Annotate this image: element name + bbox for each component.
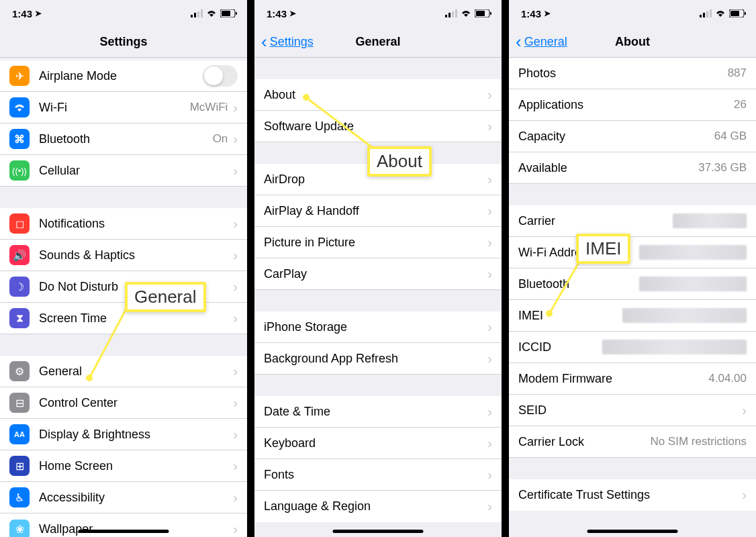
chevron-right-icon: › <box>487 235 492 250</box>
row-wifi[interactable]: Wi-Fi McWiFi › <box>0 92 247 124</box>
row-label: Background App Refresh <box>264 352 487 366</box>
row-about[interactable]: About › <box>254 79 502 111</box>
row-label: Bluetooth <box>518 277 639 291</box>
row-wifi-address: Wi-Fi Address <box>509 237 756 268</box>
row-accessibility[interactable]: ♿︎ Accessibility › <box>0 482 247 514</box>
row-general[interactable]: ⚙ General › <box>0 356 247 387</box>
chevron-right-icon: › <box>233 522 238 537</box>
row-cellular[interactable]: ((•)) Cellular › <box>0 155 247 187</box>
row-control-center[interactable]: ⊟ Control Center › <box>0 387 247 419</box>
row-seid[interactable]: SEID › <box>509 395 756 426</box>
nav-bar: ‹ General About <box>509 27 756 58</box>
row-airdrop[interactable]: AirDrop › <box>254 164 502 195</box>
row-label: Software Update <box>264 119 487 134</box>
back-button[interactable]: ‹ General <box>516 32 567 52</box>
wifi-icon <box>715 9 726 17</box>
back-button[interactable]: ‹ Settings <box>261 32 314 52</box>
row-display[interactable]: AA Display & Brightness › <box>0 419 247 450</box>
chevron-left-icon: ‹ <box>516 32 522 52</box>
row-label: IMEI <box>518 309 622 323</box>
row-label: CarPlay <box>264 267 487 281</box>
svg-rect-10 <box>455 9 457 17</box>
row-sounds[interactable]: 🔊 Sounds & Haptics › <box>0 240 247 271</box>
page-title: Settings <box>0 35 247 49</box>
row-notifications[interactable]: ◻ Notifications › <box>0 208 247 240</box>
row-value: No SIM restrictions <box>650 435 747 448</box>
row-carrier-lock: Carrier Lock No SIM restrictions <box>509 426 756 458</box>
row-certificate-trust[interactable]: Certificate Trust Settings › <box>509 479 756 511</box>
chevron-right-icon: › <box>487 87 492 103</box>
row-pip[interactable]: Picture in Picture › <box>254 227 502 258</box>
chevron-right-icon: › <box>233 100 238 115</box>
row-home-screen[interactable]: ⊞ Home Screen › <box>0 450 247 482</box>
row-capacity: Capacity 64 GB <box>509 121 756 152</box>
row-label: Certificate Trust Settings <box>518 488 742 502</box>
row-background-refresh[interactable]: Background App Refresh › <box>254 343 502 375</box>
row-label: Date & Time <box>264 405 487 419</box>
cellular-signal-icon <box>700 9 712 17</box>
row-value: 4.04.00 <box>708 372 747 385</box>
row-label: Home Screen <box>39 459 233 473</box>
screen-about: 1:43 ➤ ‹ General About Photos 887 Applic… <box>509 0 756 537</box>
chevron-right-icon: › <box>487 436 492 451</box>
nav-bar: ‹ Settings General <box>254 27 502 58</box>
status-bar: 1:43 ➤ <box>509 0 756 27</box>
chevron-right-icon: › <box>233 132 238 147</box>
airplane-toggle[interactable] <box>203 65 238 87</box>
chevron-right-icon: › <box>487 172 492 187</box>
row-label: Language & Region <box>264 499 487 514</box>
row-label: Display & Brightness <box>39 428 233 442</box>
status-time: 1:43 <box>12 8 32 19</box>
cellular-signal-icon <box>191 9 203 17</box>
chevron-right-icon: › <box>233 458 238 474</box>
row-wallpaper[interactable]: ❀ Wallpaper › <box>0 514 247 537</box>
row-language[interactable]: Language & Region › <box>254 491 502 522</box>
svg-rect-17 <box>710 9 712 17</box>
battery-icon <box>729 9 747 17</box>
row-label: Applications <box>518 98 734 112</box>
status-bar: 1:43 ➤ <box>254 0 502 27</box>
row-value: 26 <box>734 98 747 111</box>
row-label: AirPlay & Handoff <box>264 204 487 218</box>
svg-rect-1 <box>194 13 196 17</box>
row-iphone-storage[interactable]: iPhone Storage › <box>254 311 502 343</box>
row-bluetooth-address: Bluetooth <box>509 268 756 300</box>
svg-rect-12 <box>476 11 485 16</box>
row-label: Notifications <box>39 217 233 231</box>
home-indicator <box>79 530 169 533</box>
row-software-update[interactable]: Software Update › <box>254 111 502 142</box>
svg-rect-5 <box>222 11 230 16</box>
row-date-time[interactable]: Date & Time › <box>254 396 502 428</box>
row-fonts[interactable]: Fonts › <box>254 459 502 491</box>
battery-icon <box>475 9 492 17</box>
svg-rect-15 <box>703 13 705 17</box>
row-bluetooth[interactable]: ⌘ Bluetooth On › <box>0 124 247 155</box>
chevron-right-icon: › <box>233 279 238 295</box>
redacted-value <box>622 308 747 323</box>
row-label: Available <box>518 161 698 175</box>
chevron-right-icon: › <box>233 248 238 263</box>
row-label: Screen Time <box>39 311 233 326</box>
row-label: Do Not Disturb <box>39 280 233 294</box>
row-imei: IMEI <box>509 300 756 332</box>
screen-settings: 1:43 ➤ Settings ✈ Airplane Mode Wi-Fi Mc… <box>0 0 247 537</box>
location-arrow-icon: ➤ <box>289 9 296 18</box>
bluetooth-icon: ⌘ <box>9 129 30 149</box>
row-dnd[interactable]: ☽ Do Not Disturb › <box>0 271 247 303</box>
airplane-icon: ✈ <box>9 66 30 86</box>
wifi-icon <box>206 9 217 17</box>
row-airplay[interactable]: AirPlay & Handoff › <box>254 195 502 227</box>
svg-rect-9 <box>452 11 454 17</box>
row-keyboard[interactable]: Keyboard › <box>254 428 502 459</box>
row-label: Carrier <box>518 214 673 228</box>
redacted-value <box>673 213 747 228</box>
row-airplane-mode[interactable]: ✈ Airplane Mode <box>0 60 247 92</box>
row-label: Bluetooth <box>39 132 213 146</box>
row-label: Airplane Mode <box>39 69 203 83</box>
accessibility-icon: ♿︎ <box>9 487 30 507</box>
wifi-icon <box>461 9 471 17</box>
row-carplay[interactable]: CarPlay › <box>254 258 502 290</box>
row-label: Keyboard <box>264 436 487 450</box>
row-screentime[interactable]: ⧗ Screen Time › <box>0 303 247 334</box>
row-value: 37.36 GB <box>698 161 747 175</box>
